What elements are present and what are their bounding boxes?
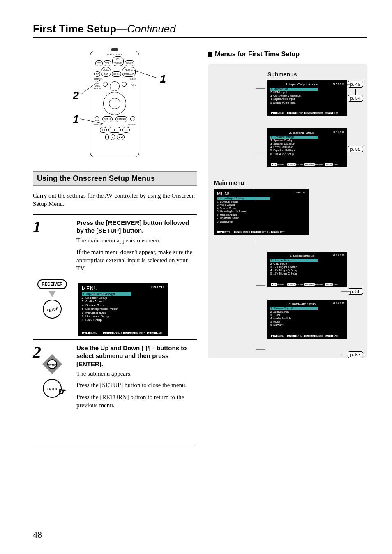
step-1-icons: RECEIVER SETUP [33, 279, 71, 336]
page-ref-54: p. 54 [348, 95, 363, 102]
page-number: 48 [33, 529, 42, 540]
submenu-hardware: ONKYO 7. Hardware Setup 1. Remote Contro… [267, 300, 347, 339]
bottom-stack: ONKYO 6. Miscellaneous 1. Volume Setup 2… [267, 252, 362, 339]
callout-1-right: 1 [160, 73, 166, 85]
remote-diagram: REMOTE MODE DVDVCRCDCDR/MDZONE2 TVCABLES… [53, 51, 176, 157]
step-2-icons: ENTER ENTER ☞ [33, 350, 71, 400]
arrow-down-icon [49, 291, 55, 297]
title-sep: — [116, 23, 127, 35]
step-1-text-1: The main menu appears onscreen. [76, 236, 197, 245]
submenu-misc: ONKYO 6. Miscellaneous 1. Volume Setup 2… [267, 252, 347, 287]
osd-item-6: 6. Miscellaneous [82, 311, 164, 314]
submenus-label: Submenus [267, 71, 362, 78]
osd-item-4: 4. Source Setup [82, 303, 164, 307]
step-2-icons-row: ENTER ENTER ☞ [33, 350, 197, 400]
right-heading: Menus for First Time Setup [208, 51, 367, 58]
page-ref-55: p. 55 [348, 146, 363, 152]
step-1-text-2: If the main menu doesn't appear, make su… [76, 248, 197, 273]
setup-button-icon: SETUP [41, 298, 64, 320]
page-title: First Time Setup—Continued [33, 23, 367, 35]
intro-text: Carry out the settings for the AV contro… [33, 192, 197, 208]
right-column: Menus for First Time Setup Submenus p. 4… [208, 51, 367, 450]
receiver-button-icon: RECEIVER [37, 279, 67, 289]
header-rule [33, 37, 367, 39]
submenu-io: ONKYO 1. Input/Output Assign 1. Monitor … [267, 80, 347, 116]
divider [33, 214, 197, 215]
right-heading-text: Menus for First Time Setup [215, 51, 300, 58]
dpad-icon: ENTER [40, 352, 65, 376]
section-heading: Using the Onscreen Setup Menus [33, 171, 197, 186]
step-1-row2: RECEIVER SETUP ONKYO MENU 1. Input/Outpu… [33, 279, 197, 336]
page-ref-57: p. 57 [348, 351, 363, 358]
enter-center: ENTER [47, 359, 57, 369]
divider-3 [33, 446, 197, 446]
osd-footer: ▲/▼MOVE ENTERENTER RETURNRETURN SETUPEXI… [82, 332, 164, 334]
divider-2 [33, 339, 197, 340]
step-1-title: Press the [RECEIVER] button followed by … [76, 219, 197, 235]
callout-1-left: 1 [73, 113, 78, 126]
callout-2: 2 [73, 89, 78, 102]
title-continued: Continued [127, 23, 176, 35]
page-ref-49: p. 49 [348, 81, 363, 88]
step-1-number: 1 [33, 219, 71, 276]
left-column: REMOTE MODE DVDVCRCDCDR/MDZONE2 TVCABLES… [33, 51, 197, 450]
main-menu-osd: ONKYO MENU 1. Input/Output Assign 2. Spe… [214, 189, 309, 235]
remote-body: REMOTE MODE DVDVCRCDCDR/MDZONE2 TVCABLES… [90, 51, 139, 157]
step-1: 1 Press the [RECEIVER] button followed b… [33, 219, 197, 276]
osd-item-3: 3. Audio Adjust [82, 300, 164, 303]
title-main: First Time Setup [33, 23, 116, 35]
columns: REMOTE MODE DVDVCRCDCDR/MDZONE2 TVCABLES… [33, 51, 367, 450]
square-bullet-icon [208, 52, 212, 57]
main-osd-wrap: ONKYO MENU 1. Input/Output Assign 2. Spe… [214, 189, 317, 235]
osd-item-8: 8. Lock Setup [82, 318, 164, 322]
page: First Time Setup—Continued REMOTE MODE D… [0, 0, 392, 466]
shaded-panel: Submenus p. 49 p. 54 p. 55 p. 56 p. 57 O… [208, 64, 367, 358]
osd-item-1: 1. Input/Output Assign [82, 292, 131, 296]
enter-press-icon: ENTER ☞ [43, 379, 62, 398]
page-ref-56: p. 56 [348, 288, 363, 295]
hand-icon: ☞ [58, 382, 67, 401]
osd-item-5: 5. Listening Mode Preset [82, 307, 164, 311]
main-menu-label: Main menu [214, 180, 362, 186]
osd-item-7: 7. Hardware Setup [82, 314, 164, 318]
osd-brand: ONKYO [151, 286, 164, 289]
osd-item-2: 2. Speaker Setup [82, 296, 164, 300]
osd-main-menu: ONKYO MENU 1. Input/Output Assign 2. Spe… [78, 283, 168, 336]
top-stack: ONKYO 1. Input/Output Assign 1. Monitor … [267, 80, 362, 167]
submenu-speaker: ONKYO 2. Speaker Setup 1. Speaker Settin… [267, 128, 347, 167]
